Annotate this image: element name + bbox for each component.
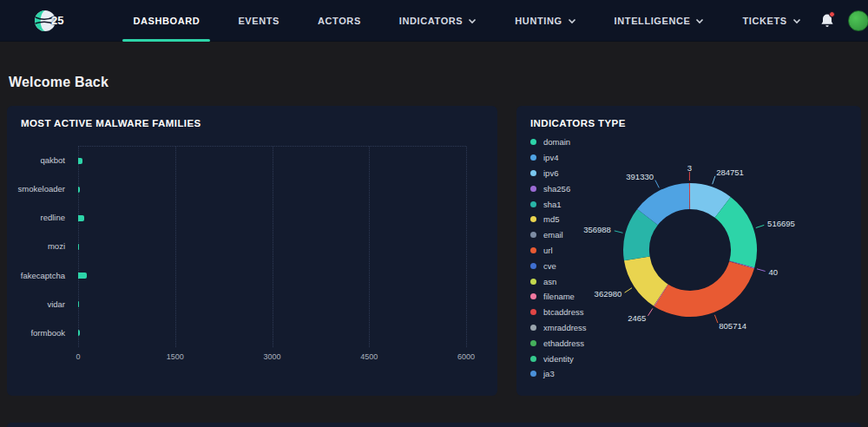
legend-dot bbox=[530, 216, 536, 222]
legend-item-cve[interactable]: cve bbox=[530, 258, 587, 273]
donut-segment-url[interactable] bbox=[661, 265, 742, 304]
legend-dot bbox=[530, 201, 536, 207]
user-avatar bbox=[848, 10, 868, 31]
next-card-edge bbox=[7, 423, 861, 427]
malware-bar-chart bbox=[78, 146, 466, 347]
legend-dot bbox=[530, 263, 536, 269]
bar-row-redline bbox=[78, 204, 466, 233]
donut-leader-line bbox=[655, 181, 660, 188]
notifications-button[interactable] bbox=[820, 13, 834, 29]
legend-item-ja3[interactable]: ja3 bbox=[530, 366, 587, 382]
bar-row-qakbot bbox=[78, 147, 466, 175]
donut-segment-sha1[interactable] bbox=[636, 217, 648, 259]
donut-value-label-sha256: 40 bbox=[768, 267, 778, 277]
notification-badge bbox=[829, 11, 835, 17]
nav-item-hunting[interactable]: HUNTING bbox=[496, 0, 595, 41]
malware-category-axis: qakbotsmokeloaderredlinemozifakecaptchav… bbox=[7, 146, 73, 347]
legend-item-domain[interactable]: domain bbox=[530, 135, 587, 150]
malware-families-card: MOST ACTIVE MALWARE FAMILIES qakbotsmoke… bbox=[7, 106, 497, 396]
legend-dot bbox=[530, 170, 536, 176]
legend-item-ipv4[interactable]: ipv4 bbox=[530, 150, 587, 166]
legend-item-url[interactable]: url bbox=[530, 243, 587, 259]
legend-label: sha1 bbox=[543, 200, 562, 209]
donut-segment-domain[interactable] bbox=[723, 207, 744, 265]
user-menu[interactable] bbox=[848, 10, 868, 31]
chevron-down-icon bbox=[792, 18, 801, 24]
main-nav: DASHBOARDEVENTSACTORSINDICATORSHUNTINGIN… bbox=[114, 0, 819, 41]
legend-item-email[interactable]: email bbox=[530, 227, 587, 243]
category-label-formbook: formbook bbox=[7, 319, 73, 347]
nav-item-dashboard[interactable]: DASHBOARD bbox=[114, 0, 219, 41]
category-label-vidar: vidar bbox=[7, 290, 73, 319]
legend-item-asn[interactable]: asn bbox=[530, 273, 587, 289]
donut-value-label-url: 805714 bbox=[719, 321, 746, 331]
donut-leader-line bbox=[648, 308, 653, 315]
bar-row-fakecaptcha bbox=[78, 261, 466, 290]
legend-dot bbox=[530, 325, 536, 331]
navbar-right bbox=[820, 10, 868, 31]
chevron-down-icon bbox=[568, 18, 576, 24]
nav-item-label: EVENTS bbox=[238, 16, 279, 26]
bar-redline bbox=[78, 215, 84, 221]
donut-leader-line bbox=[714, 315, 718, 323]
category-label-mozi: mozi bbox=[7, 232, 73, 260]
legend-item-btcaddress[interactable]: btcaddress bbox=[530, 305, 587, 320]
nav-item-indicators[interactable]: INDICATORS bbox=[380, 0, 496, 41]
chevron-down-icon bbox=[468, 18, 477, 24]
nav-item-label: TICKETS bbox=[742, 16, 786, 26]
category-label-smokeloader: smokeloader bbox=[7, 174, 73, 203]
legend-label: md5 bbox=[543, 214, 559, 224]
legend-dot bbox=[530, 232, 536, 238]
category-label-fakecaptcha: fakecaptcha bbox=[7, 261, 73, 290]
bar-row-mozi bbox=[78, 233, 466, 261]
nav-item-intelligence[interactable]: INTELLIGENCE bbox=[595, 0, 724, 41]
donut-segment-ipv4[interactable] bbox=[648, 196, 689, 217]
donut-value-label-domain: 516695 bbox=[767, 219, 795, 228]
legend-item-sha256[interactable]: sha256 bbox=[530, 181, 587, 196]
nav-item-label: HUNTING bbox=[515, 16, 562, 26]
donut-segment-md5[interactable] bbox=[637, 259, 661, 295]
legend-dot bbox=[530, 279, 536, 285]
nav-item-tickets[interactable]: TICKETS bbox=[723, 0, 819, 41]
legend-dot bbox=[530, 309, 536, 315]
legend-dot bbox=[530, 293, 536, 299]
legend-label: cve bbox=[543, 261, 556, 271]
bar-rows bbox=[78, 147, 466, 347]
legend-label: btcaddress bbox=[543, 307, 583, 317]
legend-dot bbox=[530, 340, 536, 346]
bar-mozi bbox=[78, 244, 79, 250]
donut-segment-ipv6[interactable] bbox=[690, 196, 723, 207]
legend-item-sha1[interactable]: sha1 bbox=[530, 196, 587, 212]
x-tick-label: 1500 bbox=[167, 352, 184, 361]
legend-label: filename bbox=[543, 292, 575, 301]
nav-item-label: DASHBOARD bbox=[133, 16, 200, 26]
x-tick-label: 4500 bbox=[360, 352, 378, 361]
bar-formbook bbox=[78, 330, 80, 336]
legend-label: ja3 bbox=[543, 369, 555, 378]
malware-x-axis: 01500300045006000 bbox=[78, 352, 466, 365]
legend-item-videntity[interactable]: videntity bbox=[530, 351, 587, 366]
legend-label: url bbox=[543, 246, 553, 255]
legend-dot bbox=[530, 371, 536, 377]
legend-item-ethaddress[interactable]: ethaddress bbox=[530, 335, 587, 351]
x-tick-label: 3000 bbox=[263, 352, 280, 361]
legend-item-filename[interactable]: filename bbox=[530, 289, 587, 305]
legend-item-ipv6[interactable]: ipv6 bbox=[530, 166, 587, 181]
app-logo[interactable]: 25 bbox=[33, 9, 63, 33]
donut-value-label-filename: 2465 bbox=[628, 313, 646, 323]
nav-item-label: INTELLIGENCE bbox=[615, 16, 691, 26]
bar-vidar bbox=[78, 301, 79, 307]
bar-fakecaptcha bbox=[78, 273, 87, 279]
nav-item-actors[interactable]: ACTORS bbox=[299, 0, 380, 41]
bar-smokeloader bbox=[78, 187, 80, 193]
legend-dot bbox=[530, 247, 536, 253]
page-title: Welcome Back bbox=[9, 75, 108, 90]
bar-row-smokeloader bbox=[78, 175, 466, 204]
x-tick-label: 0 bbox=[76, 352, 80, 361]
legend-item-xmraddress[interactable]: xmraddress bbox=[530, 320, 587, 336]
bar-row-vidar bbox=[78, 290, 466, 319]
chevron-down-icon bbox=[695, 18, 704, 24]
nav-item-events[interactable]: EVENTS bbox=[219, 0, 299, 41]
legend-item-md5[interactable]: md5 bbox=[530, 212, 587, 227]
donut-leader-line bbox=[757, 269, 766, 272]
